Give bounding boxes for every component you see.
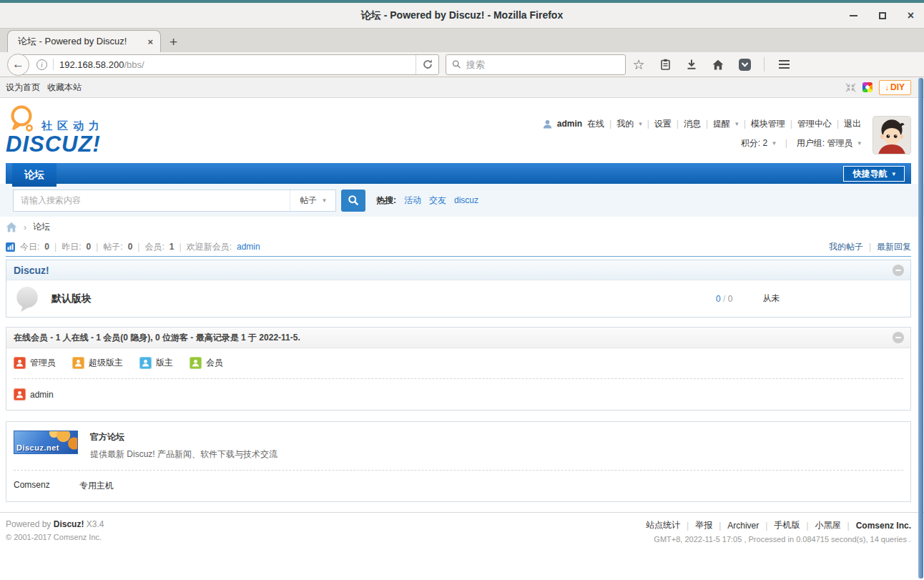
promo-block: Discuz.net 官方论坛 提供最新 Discuz! 产品新闻、软件下载与技… [6,421,911,502]
close-button[interactable]: × [908,10,914,21]
narrow-wide-toggle-icon[interactable] [845,83,856,92]
browser-search-input[interactable] [466,59,619,70]
report-link[interactable]: 举报 [695,519,712,531]
stat-members-label: 会员: [144,241,164,253]
chevron-down-icon: ▾ [639,120,642,127]
usergroup-admin-icon [14,388,26,400]
menu-logout[interactable]: 退出 [844,118,861,130]
url-bar[interactable]: i 192.168.58.200/bbs/ [19,54,439,75]
legend-super-moderator: 超级版主 [72,357,123,369]
category-title[interactable]: Discuz! [14,265,49,276]
main-nav: 论坛 快捷导航▾ [6,163,911,184]
window-controls: × [850,3,914,28]
tab-bar: 论坛 - Powered by Discuz! × + [0,29,924,52]
online-member-link[interactable]: admin [30,390,54,400]
diy-button[interactable]: ↓DIY [879,80,911,95]
reload-icon [423,59,433,69]
breadcrumb-separator-icon [24,222,26,232]
welcome-label: 欢迎新会员: [187,241,232,253]
set-homepage-link[interactable]: 设为首页 [6,82,40,94]
footer-version: X3.4 [87,519,104,529]
browser-tab[interactable]: 论坛 - Powered by Discuz! × [7,30,161,52]
powered-by-label: Powered by [6,519,51,529]
menu-alerts[interactable]: 提醒 [713,118,730,130]
menu-modules[interactable]: 模块管理 [751,118,785,130]
url-host: 192.168.58.200 [59,59,124,70]
welcome-user-link[interactable]: admin [237,242,260,252]
logo-text: DISCUZ! [6,132,101,157]
usergroup-link[interactable]: 用户组: 管理员 [797,137,853,149]
forum-bubble-icon [14,285,41,313]
window-titlebar[interactable]: 论坛 - Powered by Discuz! - Mozilla Firefo… [0,3,924,29]
bookmark-star-icon[interactable]: ☆ [631,57,646,72]
home-icon[interactable] [6,222,17,232]
tab-close-icon[interactable]: × [147,36,153,47]
site-topbar: 设为首页 收藏本站 ↓DIY [0,77,924,98]
username-link[interactable]: admin [557,119,582,129]
menu-admin-center[interactable]: 管理中心 [797,118,832,130]
breadcrumb-current[interactable]: 论坛 [33,221,50,233]
menu-mine[interactable]: 我的 [616,118,634,130]
archiver-link[interactable]: Archiver [727,521,759,531]
site-header: 社区动力 DISCUZ! admin 在线 我的▾ 设置 消息 提醒▾ 模块管理… [0,98,924,163]
partner-item-link[interactable]: 专用主机 [79,480,114,492]
nav-tab-forum[interactable]: 论坛 [12,163,56,187]
back-button[interactable]: ← [7,54,29,76]
footer-brand-link[interactable]: Discuz! [54,519,84,529]
forum-search-input[interactable] [14,195,290,205]
credits-link[interactable]: 积分: 2 [741,137,767,149]
topics-count: 0 [716,294,721,304]
back-arrow-icon: ← [12,57,24,72]
hot-link-discuz[interactable]: discuz [454,195,478,205]
online-header: 在线会员 - 1 人在线 - 1 会员(0 隐身), 0 位游客 - 最高记录是… [6,328,910,348]
forum-row: 默认版块 00 从未 [6,280,910,317]
maximize-button[interactable] [879,12,886,19]
stat-posts-label: 帖子: [103,241,122,253]
forum-search-box[interactable]: 帖子▾ [13,190,336,212]
search-scope-select[interactable]: 帖子▾ [290,190,335,211]
new-tab-button[interactable]: + [169,35,177,49]
banner-text: Discuz.net [16,443,59,452]
downloads-icon[interactable] [684,57,699,72]
menu-icon[interactable] [777,57,791,72]
forum-category-block: Discuz! 默认版块 00 从未 [6,260,911,318]
collapse-button[interactable] [893,265,904,276]
discuz-net-banner[interactable]: Discuz.net [14,431,78,454]
stats-bar: 今日:0 昨日:0 帖子:0 会员:1 欢迎新会员: admin 我的帖子 最新… [6,237,911,257]
library-icon[interactable] [658,57,672,72]
reload-button[interactable] [416,55,438,74]
darkroom-link[interactable]: 小黑屋 [815,519,841,531]
hot-link-friends[interactable]: 交友 [429,195,446,207]
home-icon[interactable] [711,57,725,72]
stat-yesterday-value: 0 [87,242,92,252]
site-stats-link[interactable]: 站点统计 [646,519,680,531]
quick-nav-button[interactable]: 快捷导航▾ [843,166,905,182]
official-forum-link[interactable]: 官方论坛 [90,431,124,443]
browser-search-box[interactable] [446,54,626,75]
latest-reply-link[interactable]: 最新回复 [877,241,911,253]
bookmark-site-link[interactable]: 收藏本站 [47,82,82,94]
discuz-logo[interactable]: 社区动力 DISCUZ! [6,98,170,163]
legend-member: 会员 [190,357,223,369]
hot-link-activity[interactable]: 活动 [404,195,421,207]
chevron-down-icon: ▾ [772,139,776,147]
my-posts-link[interactable]: 我的帖子 [829,241,863,253]
avatar[interactable] [873,116,911,154]
page-scrollbar[interactable] [918,78,923,579]
user-icon [543,119,552,129]
site-info-icon[interactable]: i [36,59,47,70]
legend-admin: 管理员 [14,357,56,369]
collapse-button[interactable] [893,332,904,343]
copyright: © 2001-2017 Comsenz Inc. [6,533,104,541]
mobile-link[interactable]: 手机版 [774,519,800,531]
pocket-icon[interactable] [737,57,752,72]
stat-today-value: 0 [44,242,49,252]
forum-name-link[interactable]: 默认版块 [51,293,92,305]
minimize-button[interactable] [850,15,857,16]
search-submit-button[interactable] [341,190,365,212]
menu-settings[interactable]: 设置 [654,118,672,130]
menu-messages[interactable]: 消息 [684,118,701,130]
category-header: Discuz! [6,260,910,280]
theme-palette-icon[interactable] [862,82,873,92]
posts-count: 0 [728,294,733,304]
